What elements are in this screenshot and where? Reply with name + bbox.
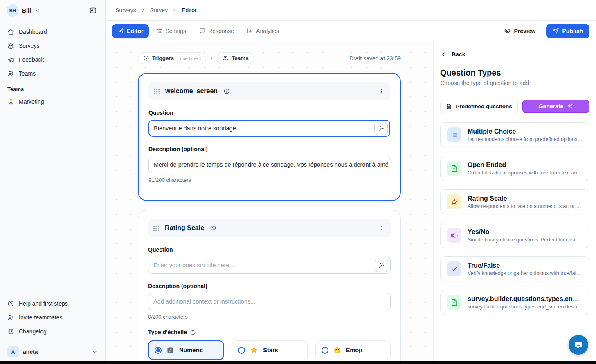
card-menu-button[interactable] — [378, 225, 385, 231]
star-emoji — [250, 346, 258, 354]
trigger-type-badge: one-time — [177, 55, 201, 62]
sidebar-footer: Help and first steps Invite teammates Ch… — [0, 293, 105, 338]
question-input[interactable] — [154, 125, 374, 132]
generate-button[interactable]: Generate — [522, 100, 589, 113]
back-button[interactable]: Back — [434, 41, 596, 58]
account-menu[interactable]: A aneta — [3, 341, 102, 364]
tab-settings[interactable]: Settings — [151, 24, 192, 38]
sidebar-item-feedback[interactable]: Feedback — [3, 53, 102, 67]
content-area: Triggers one-time Teams Draft sav — [106, 41, 596, 364]
question-type-open-ended[interactable]: Open Ended Collect detailed responses wi… — [440, 156, 589, 181]
survey-canvas: Triggers one-time Teams Draft sav — [106, 41, 433, 364]
workspace-switcher[interactable]: BH Bill — [7, 4, 86, 17]
sidebar-item-invite[interactable]: Invite teammates — [3, 310, 102, 324]
question-input-wrap — [148, 120, 390, 137]
tab-response[interactable]: Response — [193, 24, 240, 38]
question-type-title: Multiple Choice — [468, 128, 583, 135]
sidebar-collapse-button[interactable] — [86, 4, 99, 17]
card-menu-button[interactable] — [378, 88, 385, 94]
tab-analytics[interactable]: Analytics — [241, 24, 285, 38]
help-circle-icon — [7, 300, 14, 307]
tab-label: Editor — [127, 28, 143, 34]
question-type-text: survey.builder.questions.types.end_scr..… — [468, 295, 583, 310]
question-types-panel: Back Question Types Choose the type of q… — [433, 41, 596, 364]
scale-option-emoji[interactable]: Emoji — [315, 340, 391, 360]
workspace-name: Bill — [22, 7, 31, 14]
svg-text:#: # — [169, 348, 172, 352]
description-input-wrap — [148, 293, 391, 310]
chevron-right-icon — [209, 55, 215, 61]
teams-section-header: Teams — [0, 80, 105, 95]
question-type-true-false[interactable]: True/False Verify knowledge or gather op… — [440, 256, 589, 281]
sidebar-item-team-marketing[interactable]: Marketing — [3, 95, 102, 109]
bar-chart-icon — [247, 28, 253, 34]
breadcrumb-survey[interactable]: Survey — [150, 7, 168, 13]
account-avatar: A — [7, 346, 19, 357]
panel-title: Question Types — [434, 58, 596, 78]
teams-pill[interactable]: Teams — [217, 52, 254, 64]
question-type-end-screen[interactable]: survey.builder.questions.types.end_scr..… — [440, 290, 589, 315]
tab-label: Analytics — [256, 28, 279, 34]
preview-button[interactable]: Preview — [499, 24, 541, 38]
description-input[interactable] — [154, 161, 388, 168]
question-type-multiple-choice[interactable]: Multiple Choice Let respondents choose f… — [440, 122, 589, 147]
info-circle-icon[interactable] — [190, 329, 196, 335]
sidebar-item-dashboard[interactable]: Dashboard — [3, 25, 102, 39]
breadcrumb-surveys[interactable]: Surveys — [115, 7, 136, 13]
magic-wand-icon — [378, 125, 384, 132]
ellipsis-vertical-icon — [378, 225, 385, 231]
clock-icon — [143, 55, 149, 61]
scale-option-numeric[interactable]: # Numeric — [148, 340, 224, 360]
users-icon — [223, 55, 229, 61]
help-circle-icon[interactable] — [210, 225, 216, 231]
ai-rewrite-button[interactable] — [374, 122, 388, 135]
sidebar-item-surveys[interactable]: Surveys — [3, 39, 102, 53]
question-type-rating-scale[interactable]: Rating Scale Allow respondents to rate o… — [440, 189, 589, 214]
chevron-left-icon — [440, 51, 447, 58]
radio-unselected — [322, 347, 328, 354]
drag-handle-icon[interactable] — [153, 225, 159, 231]
publish-button[interactable]: Publish — [546, 24, 589, 38]
preview-label: Preview — [514, 28, 536, 34]
question-type-description: Let respondents choose from predefined o… — [468, 136, 583, 142]
predefined-questions-button[interactable]: Predefined questions — [440, 100, 518, 113]
triggers-pill[interactable]: Triggers one-time — [138, 52, 206, 64]
scale-option-stars[interactable]: Stars — [232, 340, 307, 360]
char-count: 91/200 characters — [148, 177, 390, 183]
panel-actions: Predefined questions Generate — [434, 92, 596, 118]
question-card-rating-scale[interactable]: Rating Scale Question — [138, 210, 401, 364]
panel-collapse-icon — [89, 7, 97, 14]
description-input[interactable] — [153, 298, 388, 305]
question-type-description: Collect detailed responses with free-for… — [468, 170, 583, 176]
sidebar-item-help[interactable]: Help and first steps — [3, 297, 102, 310]
ellipsis-vertical-icon — [378, 88, 385, 94]
survey-builder-app: BH Bill Dashboard — [0, 0, 596, 364]
chat-bubble-icon — [574, 340, 583, 350]
chevron-down-icon — [34, 8, 40, 13]
scale-option-label: Emoji — [346, 347, 362, 353]
chat-launcher-button[interactable] — [569, 335, 588, 355]
publish-label: Publish — [562, 28, 583, 34]
drag-handle-icon[interactable] — [153, 88, 160, 94]
question-card-welcome-screen[interactable]: welcome_screen Question — [138, 73, 401, 201]
sidebar-nav: Dashboard Surveys Feedback Teams — [0, 21, 105, 80]
question-type-description: Verify knowledge or gather opinions with… — [468, 270, 583, 276]
sidebar-item-teams[interactable]: Teams — [3, 67, 102, 80]
sidebar-item-label: Dashboard — [19, 29, 47, 35]
sidebar-item-label: Surveys — [19, 42, 40, 49]
question-input[interactable] — [153, 262, 375, 268]
triggers-label: Triggers — [152, 55, 174, 61]
question-type-title: Open Ended — [468, 161, 583, 169]
sidebar-item-changelog[interactable]: Changelog — [3, 324, 102, 338]
help-circle-icon[interactable] — [223, 88, 230, 94]
scale-option-label: Numeric — [179, 347, 203, 353]
hash-keycap-emoji: # — [166, 346, 174, 354]
chevron-down-icon — [92, 349, 98, 355]
back-label: Back — [452, 51, 465, 58]
tab-editor[interactable]: Editor — [112, 24, 149, 38]
question-type-title: True/False — [468, 262, 583, 269]
scale-type-label-text: Type d'échelle — [148, 329, 187, 335]
question-type-yes-no[interactable]: Yes/No Simple binary choice questions. P… — [440, 223, 589, 248]
question-card-title: welcome_screen — [165, 87, 218, 95]
ai-rewrite-button[interactable] — [375, 259, 388, 272]
